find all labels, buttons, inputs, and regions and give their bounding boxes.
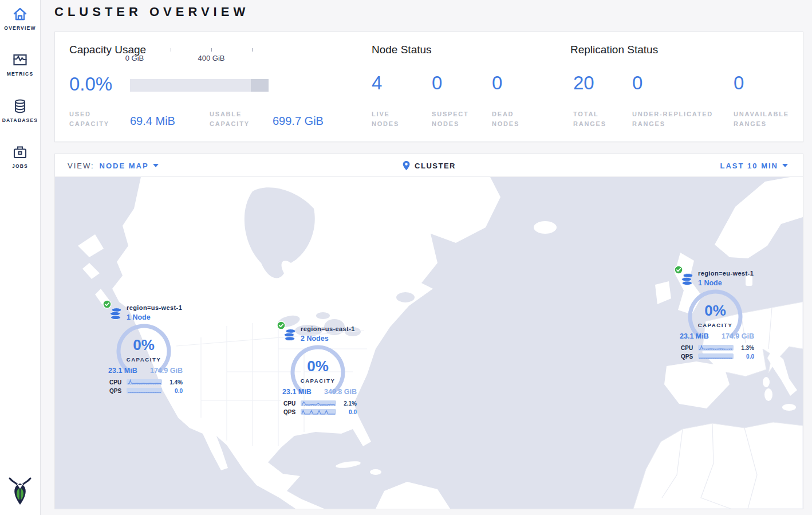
capacity-tick [252, 48, 253, 52]
cpu-sparkline [127, 379, 162, 385]
cpu-sparkline [698, 345, 734, 351]
capacity-caption: CAPACITY [289, 378, 346, 384]
qps-value: 0.0 [336, 409, 357, 415]
used-capacity: 23.1 MiB [108, 367, 137, 375]
dead-nodes-label: DEAD NODES [492, 109, 538, 129]
used-capacity: 23.1 MiB [282, 388, 312, 396]
total-ranges-label: TOTAL RANGES [573, 109, 625, 129]
used-capacity-value: 69.4 MiB [130, 115, 175, 128]
locality-eu-west-1[interactable]: region=eu-west-1 1 Node 0% CAPACITY 23.1… [677, 268, 755, 361]
qps-label: QPS [681, 353, 698, 360]
qps-value: 0.0 [734, 353, 754, 360]
capacity-percent-value: 0% [687, 302, 744, 320]
view-selector[interactable]: NODE MAP [100, 162, 159, 170]
qps-sparkline [127, 388, 162, 394]
map-toolbar: VIEW: NODE MAP CLUSTER LAST 10 MIN [55, 154, 803, 177]
sidebar-item-metrics[interactable]: METRICS [0, 53, 40, 77]
region-label: region=us-east-1 [301, 325, 355, 332]
cpu-sparkline [301, 400, 336, 406]
home-icon [12, 7, 28, 22]
cpu-label: CPU [283, 400, 301, 407]
usable-capacity-label: USABLE CAPACITY [210, 109, 262, 129]
capacity-percent-value: 0% [289, 357, 346, 375]
sidebar-item-databases[interactable]: DATABASES [0, 99, 40, 123]
time-range-selector[interactable]: LAST 10 MIN [720, 162, 788, 170]
capacity-bar-reserved-segment [251, 79, 269, 92]
region-label: region=us-west-1 [127, 304, 182, 311]
jobs-icon [12, 144, 28, 160]
capacity-bar [130, 79, 269, 92]
region-label: region=eu-west-1 [698, 270, 754, 277]
usable-capacity-value: 699.7 GiB [273, 115, 324, 128]
capacity-caption: CAPACITY [687, 322, 744, 328]
capacity-caption: CAPACITY [115, 356, 172, 363]
sidebar-item-label: METRICS [0, 71, 40, 77]
suspect-nodes-label: SUSPECT NODES [432, 109, 483, 129]
qps-label: QPS [283, 409, 301, 415]
sidebar-item-label: OVERVIEW [0, 25, 40, 31]
total-capacity: 174.9 GiB [722, 332, 754, 340]
sidebar-item-overview[interactable]: OVERVIEW [0, 7, 40, 31]
total-capacity: 349.8 GiB [324, 388, 357, 396]
cpu-value: 1.3% [734, 345, 754, 351]
view-label: VIEW: [68, 162, 94, 170]
capacity-tick [130, 48, 131, 52]
view-selector-value: NODE MAP [100, 162, 149, 170]
unavailable-label: UNAVAILABLE RANGES [734, 109, 802, 129]
cockroachdb-logo [6, 476, 34, 508]
chevron-down-icon [782, 164, 788, 167]
cpu-value: 1.4% [162, 379, 183, 386]
world-map-canvas[interactable]: region=us-west-1 1 Node 0% CAPACITY 23.1… [55, 177, 803, 509]
under-replicated-count: 0 [632, 72, 642, 94]
cpu-label: CPU [109, 379, 127, 386]
suspect-nodes-count: 0 [432, 72, 442, 94]
healthy-check-icon [103, 300, 112, 309]
databases-icon [12, 99, 28, 114]
time-range-value: LAST 10 MIN [720, 162, 778, 170]
replication-status-title: Replication Status [570, 44, 658, 56]
qps-sparkline [698, 353, 734, 359]
sidebar-item-label: JOBS [0, 163, 40, 169]
capacity-tick [171, 48, 171, 52]
sidebar: OVERVIEW METRICS DATABASES JOBS [0, 0, 41, 515]
capacity-tick-label: 400 GiB [198, 54, 225, 62]
under-replicated-label: UNDER-REPLICATED RANGES [632, 109, 724, 129]
total-ranges-count: 20 [573, 72, 594, 94]
sidebar-item-jobs[interactable]: JOBS [0, 144, 40, 169]
live-nodes-count: 4 [372, 72, 382, 94]
qps-sparkline [301, 409, 336, 415]
qps-label: QPS [109, 388, 127, 394]
main-content: CLUSTER OVERVIEW Capacity Usage 0.0% 0 G… [41, 0, 812, 515]
used-capacity: 23.1 MiB [680, 332, 709, 340]
node-map-panel: VIEW: NODE MAP CLUSTER LAST 10 MIN [54, 154, 803, 509]
healthy-check-icon [277, 321, 286, 330]
unavailable-count: 0 [734, 72, 744, 94]
healthy-check-icon [674, 265, 683, 274]
cluster-breadcrumb-label: CLUSTER [415, 162, 456, 170]
node-count-label: 1 Node [127, 313, 151, 321]
used-capacity-label: USED CAPACITY [69, 109, 122, 129]
dead-nodes-count: 0 [492, 72, 502, 94]
node-status-title: Node Status [372, 44, 432, 56]
cluster-summary-panel: Capacity Usage 0.0% 0 GiB 400 GiB USED C… [54, 32, 803, 142]
metrics-icon [12, 53, 28, 68]
locality-us-east-1[interactable]: region=us-east-1 2 Nodes 0% CAPACITY 23.… [280, 323, 358, 417]
cpu-label: CPU [681, 345, 698, 351]
chevron-down-icon [153, 164, 159, 167]
capacity-tick-label: 0 GiB [125, 54, 144, 62]
live-nodes-label: LIVE NODES [372, 109, 417, 129]
map-pin-icon [402, 160, 411, 171]
node-count-label: 1 Node [698, 279, 722, 287]
capacity-percent-value: 0% [115, 336, 172, 354]
capacity-percent: 0.0% [69, 73, 112, 95]
capacity-tick [211, 48, 212, 52]
qps-value: 0.0 [162, 388, 183, 394]
cpu-value: 2.1% [336, 400, 357, 407]
sidebar-item-label: DATABASES [0, 117, 40, 123]
total-capacity: 174.9 GiB [150, 367, 183, 375]
node-count-label: 2 Nodes [301, 335, 329, 343]
locality-us-west-1[interactable]: region=us-west-1 1 Node 0% CAPACITY 23.1… [106, 302, 184, 396]
page-title: CLUSTER OVERVIEW [54, 5, 249, 19]
breadcrumb-cluster[interactable]: CLUSTER [402, 154, 456, 177]
